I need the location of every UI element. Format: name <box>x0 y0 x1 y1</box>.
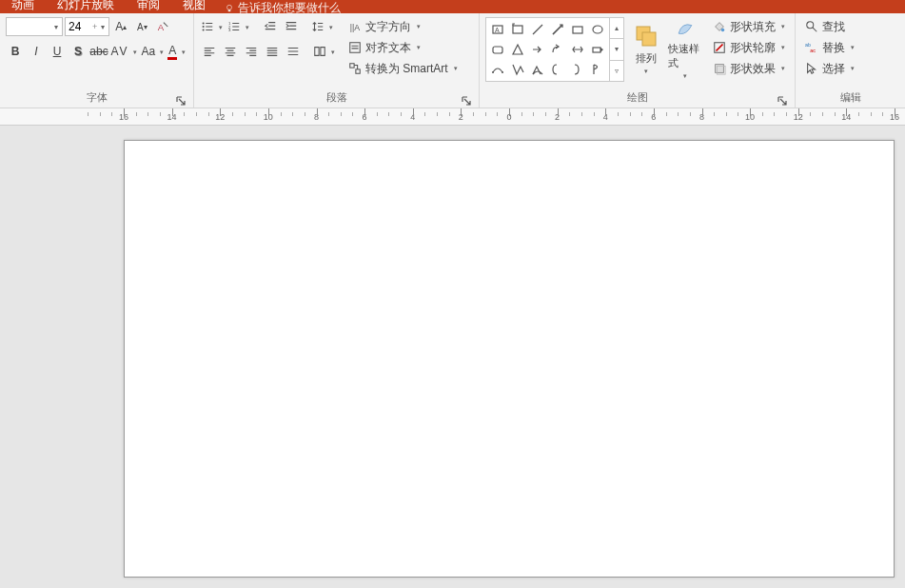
replace-button[interactable]: abac 替换▾ <box>801 38 858 57</box>
shape-cell-9[interactable] <box>548 40 567 59</box>
arrange-icon <box>633 23 659 49</box>
shape-cell-4[interactable] <box>568 20 587 39</box>
svg-point-28 <box>807 22 814 29</box>
shape-cell-15[interactable] <box>548 60 567 79</box>
shapes-gallery-scroll: ▴ ▾ ▿ <box>610 17 624 82</box>
shape-cell-2[interactable] <box>528 20 547 39</box>
svg-rect-23 <box>642 32 656 46</box>
svg-rect-11 <box>350 64 354 68</box>
tab-view[interactable]: 视图 <box>171 0 217 13</box>
lightbulb-icon <box>225 4 234 13</box>
numbering-button[interactable]: 123 <box>226 17 251 36</box>
shape-fill-icon <box>713 20 726 33</box>
shape-cell-12[interactable] <box>488 60 507 79</box>
bold-button[interactable]: B <box>6 42 25 61</box>
dialog-launcher-icon[interactable] <box>462 96 471 106</box>
shape-cell-5[interactable] <box>588 20 607 39</box>
underline-button[interactable]: U <box>48 42 67 61</box>
svg-point-5 <box>203 29 205 30</box>
decrease-indent-button[interactable] <box>261 17 280 36</box>
quick-styles-button[interactable]: 快速样式▾ <box>668 17 704 80</box>
font-name-combo[interactable]: ▾ <box>6 17 63 36</box>
svg-text:A: A <box>495 27 500 33</box>
bullets-button[interactable] <box>200 17 225 36</box>
shape-cell-3[interactable] <box>548 20 567 39</box>
svg-text:3: 3 <box>228 28 231 32</box>
group-font: ▾ + ▾ A▴ A▾ A B I U S abc AV Aa A <box>0 13 194 108</box>
arrange-button[interactable]: 排列▾ <box>628 17 664 80</box>
group-font-label: 字体 <box>87 91 108 103</box>
arrange-label: 排列 <box>636 51 657 66</box>
italic-button[interactable]: I <box>27 42 46 61</box>
font-size-combo[interactable]: + ▾ <box>65 17 109 36</box>
tab-review[interactable]: 审阅 <box>126 0 171 13</box>
clear-formatting-button[interactable]: A <box>153 17 172 36</box>
shape-fill-button[interactable]: 形状填充▾ <box>709 17 789 36</box>
shape-cell-6[interactable] <box>488 40 507 59</box>
gallery-up-button[interactable]: ▴ <box>610 18 623 39</box>
increase-indent-button[interactable] <box>282 17 301 36</box>
shape-cell-14[interactable] <box>528 60 547 79</box>
change-case-button[interactable]: Aa <box>141 42 166 61</box>
decrease-font-button[interactable]: A▾ <box>132 17 151 36</box>
increase-font-button[interactable]: A▴ <box>111 17 130 36</box>
line-spacing-button[interactable] <box>310 17 335 36</box>
gallery-more-button[interactable]: ▿ <box>610 61 623 81</box>
search-icon <box>805 20 818 33</box>
shape-cell-16[interactable] <box>568 60 587 79</box>
tab-slideshow[interactable]: 幻灯片放映 <box>46 0 126 13</box>
align-right-button[interactable] <box>242 42 261 61</box>
shape-cell-0[interactable]: A <box>488 20 507 39</box>
svg-point-17 <box>593 26 602 33</box>
convert-smartart-label: 转换为 SmartArt <box>365 61 448 77</box>
font-size-input[interactable] <box>66 20 92 33</box>
replace-icon: abac <box>805 41 818 54</box>
dialog-launcher-icon[interactable] <box>176 96 186 106</box>
shape-cell-10[interactable] <box>568 40 587 59</box>
slide-canvas[interactable] <box>124 140 895 578</box>
svg-rect-1 <box>228 10 231 11</box>
shadow-button[interactable]: S <box>69 42 88 61</box>
align-center-button[interactable] <box>221 42 240 61</box>
convert-smartart-button[interactable]: 转换为 SmartArt▾ <box>344 59 462 78</box>
strikethrough-button[interactable]: abc <box>89 42 108 61</box>
shape-cell-17[interactable] <box>588 60 607 79</box>
shape-effects-button[interactable]: 形状效果▾ <box>709 59 789 78</box>
svg-point-21 <box>502 71 503 73</box>
distribute-text-button[interactable] <box>284 42 303 61</box>
shape-cell-13[interactable] <box>508 60 527 79</box>
shape-cell-11[interactable] <box>588 40 607 59</box>
font-color-button[interactable]: A <box>167 42 187 61</box>
quick-styles-icon <box>672 17 698 40</box>
svg-point-20 <box>492 71 494 73</box>
align-text-button[interactable]: 对齐文本▾ <box>344 38 462 57</box>
align-justify-button[interactable] <box>263 42 282 61</box>
shape-effects-label: 形状效果 <box>730 61 776 77</box>
shape-cell-1[interactable] <box>508 20 527 39</box>
tab-animation[interactable]: 动画 <box>0 0 46 13</box>
align-left-button[interactable] <box>200 42 219 61</box>
workspace: 1614121086420246810121416 <box>0 108 905 588</box>
text-direction-button[interactable]: ||A 文字方向▾ <box>344 17 462 36</box>
shape-outline-button[interactable]: 形状轮廓▾ <box>709 38 789 57</box>
select-button[interactable]: 选择▾ <box>801 59 858 78</box>
gallery-down-button[interactable]: ▾ <box>610 39 623 60</box>
group-paragraph: 123 ||A <box>194 13 480 108</box>
columns-button[interactable] <box>312 42 337 61</box>
find-button[interactable]: 查找 <box>801 17 858 36</box>
svg-rect-12 <box>356 69 360 73</box>
svg-rect-18 <box>493 47 502 53</box>
shape-cell-7[interactable] <box>508 40 527 59</box>
select-label: 选择 <box>822 61 845 77</box>
align-text-label: 对齐文本 <box>365 40 411 56</box>
svg-text:ac: ac <box>810 48 816 53</box>
character-spacing-button[interactable]: AV <box>110 42 139 61</box>
tab-strip: 动画 幻灯片放映 审阅 视图 告诉我你想要做什么 <box>0 0 905 13</box>
shape-cell-8[interactable] <box>528 40 547 59</box>
shape-outline-label: 形状轮廓 <box>730 40 776 56</box>
svg-point-3 <box>203 22 205 24</box>
shape-outline-icon <box>713 41 726 54</box>
shapes-gallery[interactable]: A <box>485 17 610 82</box>
dialog-launcher-icon[interactable] <box>777 96 787 106</box>
cursor-icon <box>805 62 818 75</box>
